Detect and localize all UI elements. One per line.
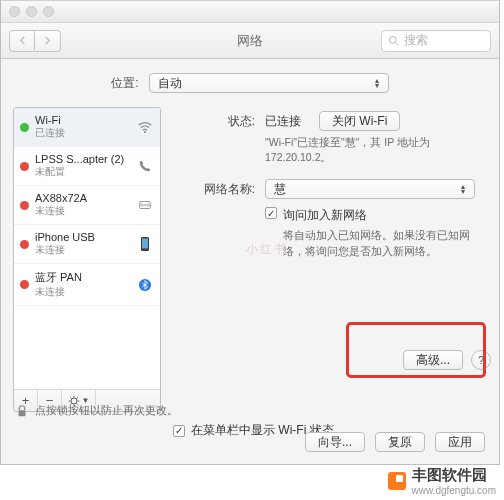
revert-button[interactable]: 复原 xyxy=(375,432,425,452)
status-dot-icon xyxy=(20,240,29,249)
location-row: 位置: 自动 ▴▾ xyxy=(1,59,499,103)
lock-row[interactable]: 点按锁按钮以防止再次更改。 xyxy=(15,403,178,418)
sidebar-item-sub: 未连接 xyxy=(35,285,130,299)
sidebar-item-label: AX88x72A xyxy=(35,192,130,204)
sidebar-item-label: iPhone USB xyxy=(35,231,130,243)
brand-logo-icon xyxy=(388,472,406,490)
search-placeholder: 搜索 xyxy=(404,32,428,49)
forward-button[interactable] xyxy=(35,30,61,52)
status-dot-icon xyxy=(20,123,29,132)
iphone-icon xyxy=(136,235,154,253)
sidebar-item-label: Wi-Fi xyxy=(35,114,130,126)
sidebar-item-wifi[interactable]: Wi-Fi 已连接 xyxy=(14,108,160,147)
brand-name: 丰图软件园 xyxy=(412,466,487,483)
turn-wifi-off-button[interactable]: 关闭 Wi-Fi xyxy=(319,111,400,131)
sidebar-item-sub: 未连接 xyxy=(35,204,130,218)
apply-button[interactable]: 应用 xyxy=(435,432,485,452)
bluetooth-icon xyxy=(136,276,154,294)
status-dot-icon xyxy=(20,201,29,210)
search-icon xyxy=(388,35,400,47)
popup-arrows-icon: ▴▾ xyxy=(370,78,384,88)
sidebar-item-bluetooth[interactable]: 蓝牙 PAN 未连接 xyxy=(14,264,160,306)
ethernet-icon xyxy=(136,196,154,214)
location-value: 自动 xyxy=(158,75,182,92)
help-button[interactable]: ? xyxy=(471,350,491,370)
sidebar-item-ax88[interactable]: AX88x72A 未连接 xyxy=(14,186,160,225)
network-name-label: 网络名称: xyxy=(171,179,255,258)
status-dot-icon xyxy=(20,162,29,171)
minimize-dot[interactable] xyxy=(26,6,37,17)
phone-icon xyxy=(136,157,154,175)
advanced-button[interactable]: 高级... xyxy=(403,350,463,370)
show-menubar-checkbox[interactable]: ✓ xyxy=(173,425,185,437)
sidebar-item-iphone[interactable]: iPhone USB 未连接 xyxy=(14,225,160,264)
toolbar: 网络 搜索 xyxy=(1,23,499,59)
interface-sidebar: Wi-Fi 已连接 LPSS S...apter (2) 未配置 xyxy=(13,107,161,412)
brand-watermark: 丰图软件园 www.dgfengtu.com xyxy=(388,466,497,496)
svg-point-0 xyxy=(390,36,397,43)
popup-arrows-icon: ▴▾ xyxy=(456,184,470,194)
preferences-window: 网络 搜索 位置: 自动 ▴▾ Wi-Fi 已连接 xyxy=(0,0,500,465)
traffic-lights xyxy=(9,6,54,17)
svg-point-2 xyxy=(144,131,146,133)
location-label: 位置: xyxy=(111,75,138,92)
lock-icon xyxy=(15,404,29,418)
network-name-popup[interactable]: 慧 ▴▾ xyxy=(265,179,475,199)
svg-rect-5 xyxy=(142,239,148,249)
zoom-dot[interactable] xyxy=(43,6,54,17)
status-value: 已连接 xyxy=(265,113,301,130)
close-dot[interactable] xyxy=(9,6,20,17)
network-name-value: 慧 xyxy=(274,181,286,198)
wifi-icon xyxy=(136,118,154,136)
svg-rect-8 xyxy=(19,410,26,416)
assist-button[interactable]: 向导... xyxy=(305,432,365,452)
nav-buttons xyxy=(9,30,61,52)
brand-url: www.dgfengtu.com xyxy=(412,485,497,496)
sidebar-item-label: 蓝牙 PAN xyxy=(35,270,130,285)
svg-line-1 xyxy=(396,42,399,45)
sidebar-item-lpss[interactable]: LPSS S...apter (2) 未配置 xyxy=(14,147,160,186)
location-popup[interactable]: 自动 ▴▾ xyxy=(149,73,389,93)
back-button[interactable] xyxy=(9,30,35,52)
search-field[interactable]: 搜索 xyxy=(381,30,491,52)
sidebar-item-label: LPSS S...apter (2) xyxy=(35,153,130,165)
bottom-buttons: 向导... 复原 应用 xyxy=(305,432,485,452)
lock-text: 点按锁按钮以防止再次更改。 xyxy=(35,403,178,418)
sidebar-item-sub: 未配置 xyxy=(35,165,130,179)
status-desc: "Wi-Fi"已连接至"慧"，其 IP 地址为 172.20.10.2。 xyxy=(265,135,481,165)
sidebar-item-sub: 已连接 xyxy=(35,126,130,140)
status-dot-icon xyxy=(20,280,29,289)
status-label: 状态: xyxy=(171,111,255,165)
ask-join-desc: 将自动加入已知网络。如果没有已知网络，将询问您是否加入新网络。 xyxy=(283,228,481,258)
sidebar-item-sub: 未连接 xyxy=(35,243,130,257)
titlebar xyxy=(1,1,499,23)
content-area: Wi-Fi 已连接 LPSS S...apter (2) 未配置 xyxy=(1,103,499,420)
ask-join-label: 询问加入新网络 xyxy=(283,207,367,224)
ask-join-checkbox[interactable]: ✓ xyxy=(265,207,277,219)
